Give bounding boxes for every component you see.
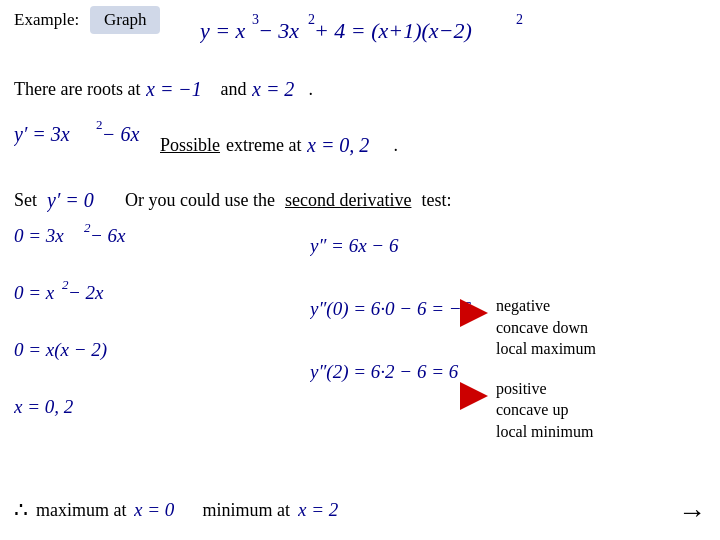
left-math-col: 0 = 3x 2 − 6x 0 = x 2 − 2x 0 = x(x − 2) …: [14, 220, 154, 448]
roots-eq2-svg: x = 2: [252, 74, 302, 104]
svg-text:x = 2: x = 2: [252, 78, 294, 100]
roots-eq1-svg: x = −1: [146, 74, 214, 104]
arrow-box-1: negative concave down local maximum: [460, 295, 596, 360]
svg-text:− 6x: − 6x: [90, 225, 126, 246]
set-eq-svg: y′ = 0: [47, 185, 105, 215]
svg-text:− 3x: − 3x: [258, 18, 299, 43]
svg-text:x = 2: x = 2: [298, 499, 339, 520]
derivative-svg: y′ = 3x 2 − 6x: [14, 115, 164, 149]
svg-text:y″(2) = 6·2 − 6 = 6: y″(2) = 6·2 − 6 = 6: [310, 361, 459, 383]
possible-period: .: [393, 135, 398, 156]
svg-text:y″(0) = 6·0 − 6 = −6: y″(0) = 6·0 − 6 = −6: [310, 298, 472, 320]
possible-row: Possible extreme at x = 0, 2 .: [160, 130, 398, 160]
or-text: Or you could use the: [125, 190, 275, 211]
page: Example: Graph y = x 3 − 3x 2 + 4 = (x+1…: [0, 0, 720, 540]
main-equation: y = x 3 − 3x 2 + 4 = (x+1)(x−2) 2: [200, 6, 580, 52]
arrows-section: negative concave down local maximum posi…: [460, 295, 596, 461]
svg-text:− 6x: − 6x: [102, 123, 139, 145]
possible-text: extreme at: [226, 135, 301, 156]
main-equation-svg: y = x 3 − 3x 2 + 4 = (x+1)(x−2) 2: [200, 6, 580, 52]
graph-label: Graph: [104, 10, 146, 29]
set-label: Set: [14, 190, 37, 211]
possible-label: Possible: [160, 135, 220, 156]
svg-text:y = x: y = x: [200, 18, 246, 43]
roots-period: .: [308, 79, 313, 100]
svg-text:0 = x(x − 2): 0 = x(x − 2): [14, 339, 107, 361]
svg-text:2: 2: [516, 12, 523, 27]
bottom-row: ∴ maximum at x = 0 minimum at x = 2: [14, 496, 358, 524]
bottom-max-eq: x = 0: [134, 496, 194, 524]
arrow-box-2: positive concave up local minimum: [460, 378, 596, 443]
svg-text:− 2x: − 2x: [68, 282, 104, 303]
arrow-icon-1: [460, 299, 488, 327]
and-text: and: [220, 79, 246, 100]
svg-text:y′ = 3x: y′ = 3x: [14, 123, 70, 146]
test-text: test:: [421, 190, 451, 211]
example-label: Example:: [14, 10, 79, 30]
left-line-3: 0 = x(x − 2): [14, 334, 154, 369]
left-line-4: x = 0, 2: [14, 391, 154, 426]
set-row: Set y′ = 0 Or you could use the second d…: [14, 185, 451, 215]
svg-text:0 = x: 0 = x: [14, 282, 55, 303]
possible-eq-svg: x = 0, 2: [307, 130, 387, 160]
roots-text: There are roots at: [14, 79, 140, 100]
svg-text:x = 0, 2: x = 0, 2: [14, 396, 74, 417]
svg-text:x = 0, 2: x = 0, 2: [307, 134, 369, 156]
graph-box: Graph: [90, 6, 160, 34]
svg-text:+ 4 = (x+1)(x−2): + 4 = (x+1)(x−2): [314, 18, 472, 43]
nav-arrow[interactable]: →: [678, 496, 706, 528]
roots-row: There are roots at x = −1 and x = 2 .: [14, 74, 313, 104]
svg-text:x = −1: x = −1: [146, 78, 202, 100]
svg-text:y″ = 6x − 6: y″ = 6x − 6: [310, 235, 399, 256]
bottom-max-text: maximum at: [36, 500, 126, 521]
left-line-1: 0 = 3x 2 − 6x: [14, 220, 154, 255]
arrow-text-2: positive concave up local minimum: [496, 378, 593, 443]
therefore-symbol: ∴: [14, 497, 28, 523]
arrow-text-1: negative concave down local maximum: [496, 295, 596, 360]
svg-text:x = 0: x = 0: [134, 499, 175, 520]
bottom-min-text: minimum at: [202, 500, 290, 521]
svg-text:0 = 3x: 0 = 3x: [14, 225, 64, 246]
svg-text:y′ = 0: y′ = 0: [47, 189, 94, 212]
bottom-min-eq: x = 2: [298, 496, 358, 524]
left-line-2: 0 = x 2 − 2x: [14, 277, 154, 312]
right-line-1: y″ = 6x − 6: [310, 230, 530, 265]
second-derivative-text: second derivative: [285, 190, 411, 211]
arrow-icon-2: [460, 382, 488, 410]
derivative-eq: y′ = 3x 2 − 6x: [14, 115, 164, 154]
